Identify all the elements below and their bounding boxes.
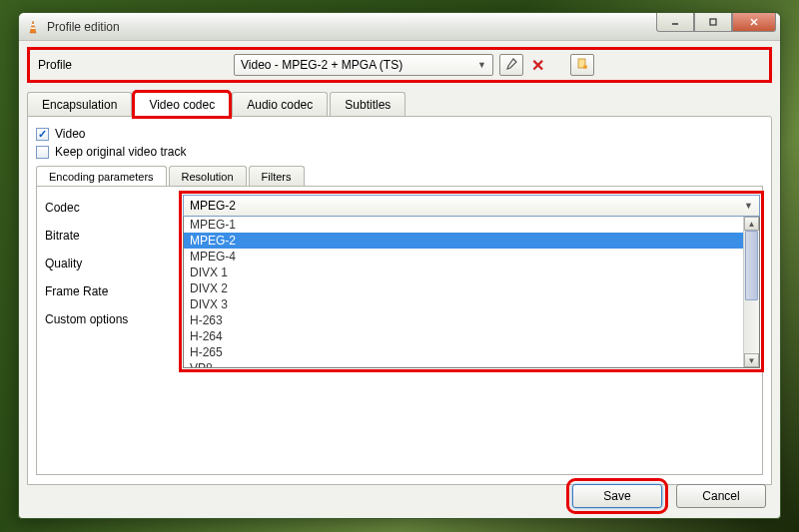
profile-edition-window: Profile edition Profile Video - MPEG-2 +… (18, 12, 781, 519)
codec-selected-value: MPEG-2 (190, 199, 236, 213)
keep-original-row: Keep original video track (36, 145, 763, 159)
main-tabs: Encapsulation Video codec Audio codec Su… (27, 91, 772, 116)
video-checkbox-label: Video (55, 127, 85, 141)
quality-label: Quality (45, 257, 165, 270)
scrollbar[interactable]: ▲ ▼ (743, 217, 759, 367)
wrench-icon (505, 58, 517, 73)
tab-video-codec[interactable]: Video codec (134, 92, 230, 117)
svg-rect-2 (31, 27, 35, 29)
scroll-thumb[interactable] (745, 231, 758, 300)
vlc-cone-icon (25, 19, 41, 35)
svg-marker-0 (30, 21, 36, 33)
video-check-row: Video (36, 127, 763, 141)
codec-select-header[interactable]: MPEG-2 ▼ (183, 195, 760, 217)
codec-option[interactable]: MPEG-1 (184, 217, 743, 233)
bitrate-label: Bitrate (45, 229, 165, 243)
video-checkbox[interactable] (36, 128, 49, 141)
new-document-icon (576, 58, 588, 73)
chevron-down-icon: ▼ (477, 60, 486, 70)
codec-option[interactable]: DIVX 2 (184, 280, 743, 296)
minimize-button[interactable] (656, 13, 694, 32)
scroll-up-button[interactable]: ▲ (744, 217, 759, 231)
codec-option[interactable]: DIVX 1 (184, 265, 743, 280)
svg-rect-4 (710, 19, 716, 25)
keep-original-label: Keep original video track (55, 145, 186, 159)
encoding-parameters-panel: Codec Bitrate Quality Frame Rate Custom … (36, 186, 763, 475)
tab-encapsulation[interactable]: Encapsulation (27, 92, 132, 117)
tab-subtitles[interactable]: Subtitles (330, 92, 405, 117)
window-title: Profile edition (47, 20, 120, 34)
tab-filters[interactable]: Filters (249, 166, 305, 187)
codec-option[interactable]: H-265 (184, 344, 743, 360)
profile-select[interactable]: Video - MPEG-2 + MPGA (TS) ▼ (234, 54, 493, 76)
codec-option[interactable]: DIVX 3 (184, 296, 743, 312)
custom-options-label: Custom options (45, 312, 165, 326)
tab-resolution[interactable]: Resolution (169, 166, 247, 187)
tab-encoding-parameters[interactable]: Encoding parameters (36, 166, 167, 187)
sub-tabs: Encoding parameters Resolution Filters (36, 165, 763, 186)
codec-options: MPEG-1 MPEG-2 MPEG-4 DIVX 1 DIVX 2 DIVX … (184, 217, 743, 367)
close-button[interactable] (732, 13, 776, 32)
delete-profile-button[interactable]: ✕ (531, 56, 544, 75)
window-controls (656, 13, 776, 32)
codec-option[interactable]: H-263 (184, 312, 743, 328)
keep-original-checkbox[interactable] (36, 146, 49, 159)
svg-rect-1 (32, 24, 35, 26)
profile-row: Profile Video - MPEG-2 + MPGA (TS) ▼ ✕ (27, 47, 772, 83)
cancel-button[interactable]: Cancel (676, 484, 766, 508)
content-area: Profile Video - MPEG-2 + MPGA (TS) ▼ ✕ E… (19, 41, 780, 518)
codec-option[interactable]: MPEG-4 (184, 249, 743, 265)
codec-option[interactable]: VP8 (184, 360, 743, 367)
codec-label: Codec (45, 201, 165, 215)
new-profile-button[interactable] (570, 54, 594, 76)
save-button[interactable]: Save (572, 484, 662, 508)
tab-audio-codec[interactable]: Audio codec (232, 92, 328, 117)
video-codec-panel: Video Keep original video track Encoding… (27, 116, 772, 485)
maximize-button[interactable] (694, 13, 732, 32)
chevron-down-icon: ▼ (744, 201, 753, 211)
profile-selected-value: Video - MPEG-2 + MPGA (TS) (241, 58, 402, 72)
profile-label: Profile (32, 58, 232, 72)
dialog-footer: Save Cancel (572, 484, 766, 508)
codec-option[interactable]: MPEG-2 (184, 233, 743, 249)
codec-option[interactable]: H-264 (184, 328, 743, 344)
codec-select[interactable]: MPEG-2 ▼ MPEG-1 MPEG-2 MPEG-4 DIVX 1 DIV… (183, 195, 760, 368)
titlebar[interactable]: Profile edition (19, 13, 780, 41)
svg-point-8 (583, 65, 587, 69)
scroll-down-button[interactable]: ▼ (744, 353, 759, 367)
codec-dropdown-list: MPEG-1 MPEG-2 MPEG-4 DIVX 1 DIVX 2 DIVX … (183, 217, 760, 368)
framerate-label: Frame Rate (45, 284, 165, 298)
edit-profile-button[interactable] (499, 54, 523, 76)
